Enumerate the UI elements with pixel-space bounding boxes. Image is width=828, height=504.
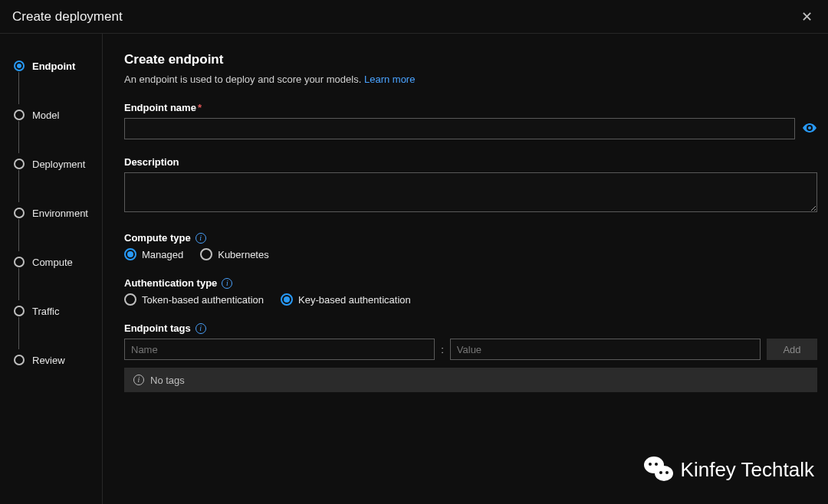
tag-separator: : — [441, 344, 444, 355]
step-traffic[interactable]: Traffic — [14, 302, 102, 320]
compute-type-label: Compute type — [124, 232, 191, 244]
radio-token-auth[interactable]: Token-based authentication — [124, 293, 264, 306]
step-deployment[interactable]: Deployment — [14, 155, 102, 173]
step-environment[interactable]: Environment — [14, 204, 102, 222]
field-compute-type: Compute type i Managed Kubernetes — [124, 232, 817, 260]
step-bullet-icon — [14, 208, 25, 218]
main-content: Create endpoint An endpoint is used to d… — [103, 34, 828, 504]
radio-icon — [124, 293, 136, 306]
step-label: Environment — [32, 208, 88, 219]
endpoint-name-label: Endpoint name* — [124, 102, 817, 113]
info-icon[interactable]: i — [196, 233, 206, 244]
radio-kubernetes[interactable]: Kubernetes — [200, 248, 269, 260]
info-icon[interactable]: i — [222, 278, 232, 289]
endpoint-name-input[interactable] — [124, 118, 795, 139]
step-bullet-icon — [14, 306, 25, 316]
step-bullet-icon — [14, 159, 25, 169]
field-auth-type: Authentication type i Token-based authen… — [124, 277, 817, 306]
step-label: Compute — [32, 257, 73, 268]
step-model[interactable]: Model — [14, 106, 102, 124]
step-label: Review — [32, 355, 65, 366]
required-asterisk: * — [198, 102, 202, 113]
description-label: Description — [124, 156, 817, 168]
auth-type-options: Token-based authentication Key-based aut… — [124, 293, 817, 306]
preview-icon[interactable] — [803, 122, 817, 136]
auth-type-label: Authentication type — [124, 277, 217, 289]
tags-label: Endpoint tags — [124, 322, 191, 334]
wizard-steps: Endpoint Model Deployment Environment Co… — [0, 34, 103, 504]
step-label: Deployment — [32, 159, 85, 170]
tag-name-input[interactable] — [124, 339, 435, 360]
page-description: An endpoint is used to deploy and score … — [124, 74, 817, 85]
field-endpoint-name: Endpoint name* — [124, 102, 817, 139]
radio-icon — [281, 293, 293, 306]
step-bullet-icon — [14, 257, 25, 267]
field-description: Description — [124, 156, 817, 215]
radio-icon — [124, 248, 136, 260]
titlebar: Create deployment ✕ — [0, 0, 828, 34]
radio-icon — [200, 248, 212, 260]
step-review[interactable]: Review — [14, 351, 102, 369]
info-icon[interactable]: i — [196, 323, 206, 334]
step-bullet-icon — [14, 355, 25, 365]
field-endpoint-tags: Endpoint tags i : Add i No tags — [124, 322, 817, 392]
step-bullet-icon — [14, 61, 25, 71]
close-icon[interactable]: ✕ — [797, 8, 816, 26]
radio-managed[interactable]: Managed — [124, 248, 183, 260]
step-endpoint[interactable]: Endpoint — [14, 57, 102, 75]
description-input[interactable] — [124, 172, 817, 212]
step-label: Model — [32, 110, 59, 121]
page-heading: Create endpoint — [124, 52, 817, 67]
radio-key-auth[interactable]: Key-based authentication — [281, 293, 411, 306]
step-compute[interactable]: Compute — [14, 253, 102, 271]
panel-title: Create deployment — [12, 9, 123, 25]
step-bullet-icon — [14, 110, 25, 120]
info-icon: i — [133, 375, 144, 385]
compute-type-options: Managed Kubernetes — [124, 248, 817, 260]
learn-more-link[interactable]: Learn more — [364, 74, 415, 85]
no-tags-message: i No tags — [124, 368, 817, 392]
step-label: Endpoint — [32, 61, 75, 72]
add-tag-button[interactable]: Add — [767, 339, 817, 360]
tag-value-input[interactable] — [450, 339, 761, 360]
step-label: Traffic — [32, 306, 59, 317]
